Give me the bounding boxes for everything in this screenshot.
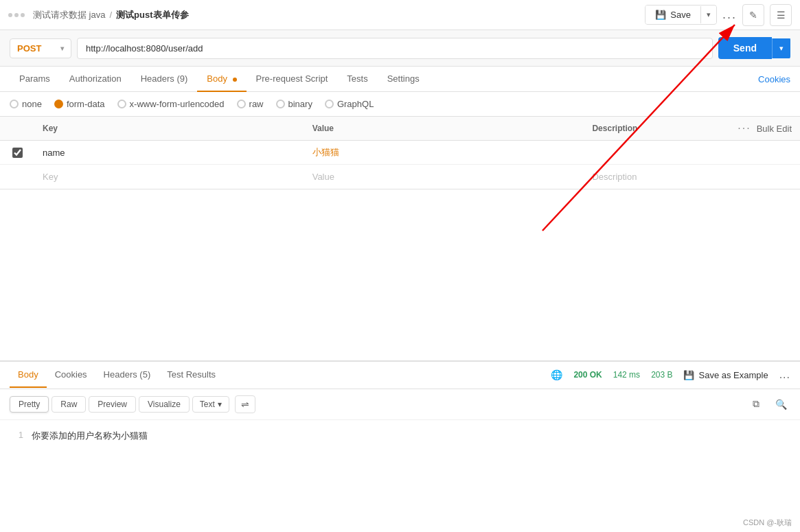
line-number: 1 — [10, 430, 23, 523]
middle-area — [0, 189, 800, 360]
tab-body[interactable]: Body — [197, 67, 246, 92]
save-example-icon: 💾 — [683, 370, 694, 380]
send-button[interactable]: Send — [718, 37, 772, 59]
save-button-group: 💾 Save ▾ — [645, 5, 717, 25]
format-preview-button[interactable]: Preview — [89, 396, 136, 413]
copy-icon: ⧉ — [753, 398, 759, 410]
size-badge: 203 B — [651, 370, 672, 380]
row-key[interactable]: name — [34, 142, 304, 163]
form-table-container: Key Value Description ··· Bulk Edit name… — [0, 117, 800, 189]
body-type-row: none form-data x-www-form-urlencoded raw… — [0, 92, 800, 117]
globe-icon: 🌐 — [551, 369, 562, 380]
text-format-label: Text — [200, 400, 215, 409]
table-header-actions: ··· Bulk Edit — [729, 117, 800, 140]
placeholder-value: Value — [304, 169, 584, 185]
status-badge: 200 OK — [573, 370, 602, 380]
radio-none[interactable]: none — [10, 99, 42, 109]
radio-graphql-circle — [325, 100, 334, 108]
table-header-key: Key — [34, 118, 304, 139]
response-text: 你要添加的用户名称为小猫猫 — [32, 430, 148, 523]
radio-form-data-circle — [54, 100, 63, 108]
method-chevron-icon: ▾ — [60, 45, 64, 52]
save-example-button[interactable]: 💾 Save as Example — [683, 370, 768, 380]
table-header-value: Value — [304, 118, 584, 139]
save-icon: 💾 — [655, 10, 666, 20]
edit-icon-button[interactable]: ✎ — [742, 4, 764, 26]
save-label: Save — [670, 10, 691, 20]
tab-headers[interactable]: Headers (9) — [131, 67, 198, 92]
top-bar: 测试请求数据 java / 测试pust表单传参 💾 Save ▾ ... ✎ … — [0, 0, 800, 30]
search-response-button[interactable]: 🔍 — [771, 395, 790, 414]
format-pretty-button[interactable]: Pretty — [10, 396, 49, 413]
table-empty-row: Key Value Description — [0, 165, 800, 189]
radio-urlencoded[interactable]: x-www-form-urlencoded — [117, 99, 225, 109]
wrap-icon: ⇌ — [241, 399, 249, 410]
comment-icon-button[interactable]: ☰ — [770, 4, 792, 26]
radio-raw[interactable]: raw — [237, 99, 264, 109]
breadcrumb-parent[interactable]: 测试请求数据 java — [33, 9, 105, 21]
radio-form-data[interactable]: form-data — [54, 99, 105, 109]
comment-icon: ☰ — [777, 10, 786, 21]
radio-raw-circle — [237, 100, 246, 108]
edit-icon: ✎ — [749, 10, 757, 21]
dot-2 — [14, 13, 19, 17]
send-button-group: Send ▾ — [718, 37, 790, 59]
method-select[interactable]: POST ▾ — [10, 38, 71, 58]
response-body: 1 你要添加的用户名称为小猫猫 — [0, 420, 800, 533]
request-tabs: Params Authorization Headers (9) Body Pr… — [0, 67, 800, 92]
wrap-button[interactable]: ⇌ — [235, 395, 255, 413]
placeholder-description: Description — [584, 169, 800, 185]
response-tabs-row: Body Cookies Headers (5) Test Results 🌐 … — [0, 362, 800, 389]
format-right-actions: ⧉ 🔍 — [746, 395, 790, 414]
send-chevron-button[interactable]: ▾ — [772, 38, 790, 58]
more-options-button[interactable]: ... — [722, 8, 737, 22]
table-header-cb — [0, 123, 34, 134]
search-icon: 🔍 — [775, 399, 787, 410]
table-header-description: Description — [584, 118, 729, 139]
placeholder-key[interactable]: Key — [34, 169, 304, 185]
radio-urlencoded-circle — [117, 100, 126, 108]
row-description[interactable] — [584, 147, 800, 158]
tabs-right: Cookies — [758, 74, 790, 84]
response-status-area: 🌐 200 OK 142 ms 203 B 💾 Save as Example … — [551, 369, 790, 381]
breadcrumb-separator: / — [109, 10, 112, 20]
attribution: CSDN @-耿瑞 — [743, 518, 792, 528]
url-input[interactable] — [77, 38, 713, 59]
resp-tab-body[interactable]: Body — [10, 362, 47, 388]
time-badge: 142 ms — [613, 370, 640, 380]
resp-tab-test-results[interactable]: Test Results — [159, 362, 224, 388]
body-tab-badge — [233, 78, 237, 82]
bulk-edit-button[interactable]: Bulk Edit — [757, 124, 792, 134]
cookies-link[interactable]: Cookies — [758, 74, 790, 84]
radio-binary-circle — [276, 100, 285, 108]
row-checkbox[interactable] — [12, 148, 23, 158]
tab-settings[interactable]: Settings — [378, 67, 429, 92]
url-bar: POST ▾ Send ▾ — [0, 30, 800, 67]
tab-authorization[interactable]: Authorization — [60, 67, 131, 92]
copy-response-button[interactable]: ⧉ — [746, 395, 766, 414]
resp-tab-headers[interactable]: Headers (5) — [95, 362, 159, 388]
format-visualize-button[interactable]: Visualize — [139, 396, 190, 413]
bulk-edit-dots: ··· — [738, 122, 751, 135]
dot-3 — [21, 13, 25, 17]
response-more-button[interactable]: ... — [779, 369, 790, 381]
save-chevron-button[interactable]: ▾ — [700, 6, 716, 23]
row-checkbox-cell — [0, 142, 34, 163]
tab-tests[interactable]: Tests — [337, 67, 377, 92]
resp-tab-cookies[interactable]: Cookies — [47, 362, 95, 388]
radio-binary[interactable]: binary — [276, 99, 312, 109]
text-format-select[interactable]: Text ▾ — [192, 396, 229, 413]
dot-1 — [8, 13, 12, 17]
text-format-chevron: ▾ — [218, 400, 222, 409]
top-bar-right: 💾 Save ▾ ... ✎ ☰ — [645, 4, 792, 26]
save-button[interactable]: 💾 Save — [645, 5, 700, 24]
tab-params[interactable]: Params — [10, 67, 60, 92]
tab-prerequest[interactable]: Pre-request Script — [247, 67, 338, 92]
table-row: name 小猫猫 — [0, 141, 800, 165]
format-raw-button[interactable]: Raw — [52, 396, 86, 413]
method-label: POST — [17, 43, 41, 54]
radio-graphql[interactable]: GraphQL — [325, 99, 374, 109]
table-header-row: Key Value Description ··· Bulk Edit — [0, 117, 800, 141]
save-example-label: Save as Example — [698, 370, 768, 380]
row-value[interactable]: 小猫猫 — [304, 141, 584, 164]
